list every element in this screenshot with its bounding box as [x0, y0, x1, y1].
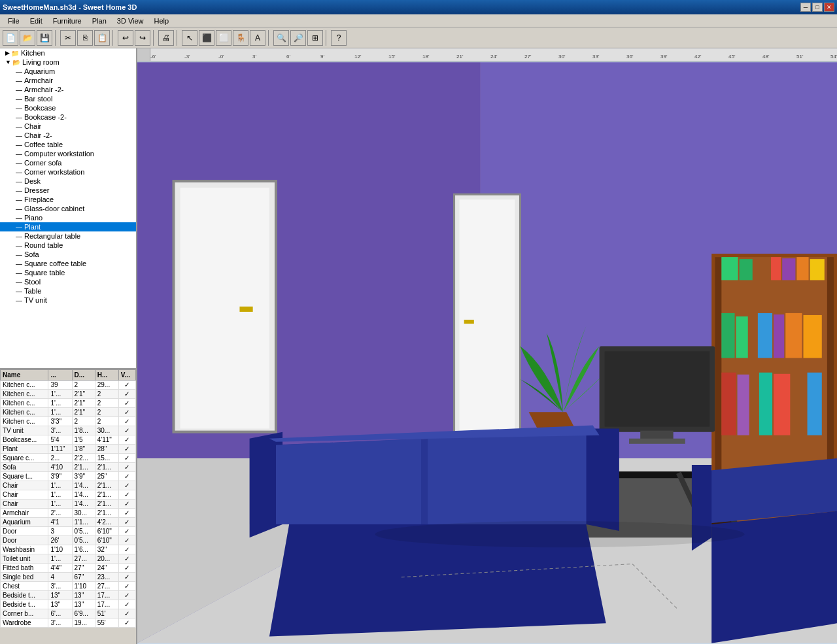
table-row[interactable]: Kitchen c... 1'... 2'1" 2 ✓ [1, 390, 136, 399]
menu-plan[interactable]: Plan [87, 16, 112, 26]
col-depth[interactable]: D... [72, 370, 95, 381]
menu-edit[interactable]: Edit [25, 16, 48, 26]
undo-button[interactable]: ↩ [118, 30, 133, 46]
prop-visible[interactable]: ✓ [118, 399, 135, 408]
tree-item-tvunit[interactable]: — TV unit [0, 296, 136, 305]
prop-visible[interactable]: ✓ [118, 591, 135, 600]
table-row[interactable]: Bedside t... 13" 13" 17... ✓ [1, 591, 136, 600]
prop-visible[interactable]: ✓ [118, 445, 135, 454]
prop-visible[interactable]: ✓ [118, 454, 135, 463]
prop-visible[interactable]: ✓ [118, 481, 135, 490]
prop-visible[interactable]: ✓ [118, 426, 135, 435]
prop-visible[interactable]: ✓ [118, 463, 135, 472]
create-walls-button[interactable]: ⬛ [199, 30, 214, 46]
tree-item-cornersofa[interactable]: — Corner sofa [0, 158, 136, 167]
table-row[interactable]: Kitchen c... 1'... 2'1" 2 ✓ [1, 408, 136, 417]
table-row[interactable]: Kitchen c... 39 2 29... ✓ [1, 381, 136, 390]
new-button[interactable]: 📄 [3, 30, 18, 46]
prop-visible[interactable]: ✓ [118, 600, 135, 609]
tree-item-cornerworkstation[interactable]: — Corner workstation [0, 167, 136, 177]
close-button[interactable]: ✕ [824, 3, 834, 12]
tree-item-plant[interactable]: — Plant [0, 222, 136, 231]
tree-item-aquarium[interactable]: — Aquarium [0, 67, 136, 76]
table-row[interactable]: Armchair 2'... 30... 2'1... ✓ [1, 509, 136, 518]
tree-item-coffeetable[interactable]: — Coffee table [0, 140, 136, 149]
help-button[interactable]: ? [331, 30, 347, 46]
prop-visible[interactable]: ✓ [118, 500, 135, 509]
zoom-in-button[interactable]: 🔍 [273, 30, 289, 46]
tree-item-dresser[interactable]: — Dresser [0, 186, 136, 195]
prop-visible[interactable]: ✓ [118, 582, 135, 591]
menu-file[interactable]: File [3, 16, 25, 26]
tree-item-stool[interactable]: — Stool [0, 277, 136, 286]
prop-visible[interactable]: ✓ [118, 527, 135, 536]
create-rooms-button[interactable]: ⬜ [216, 30, 231, 46]
tree-item-squaretable[interactable]: — Square table [0, 268, 136, 277]
properties-panel[interactable]: Name ... D... H... V... Kitchen c... 39 … [0, 369, 136, 644]
prop-visible[interactable]: ✓ [118, 564, 135, 573]
table-row[interactable]: Sofa 4'10 2'1... 2'1... ✓ [1, 463, 136, 472]
table-row[interactable]: Door 26' 0'5... 6'10" ✓ [1, 536, 136, 545]
tree-item-roundtable[interactable]: — Round table [0, 241, 136, 250]
copy-button[interactable]: ⎘ [77, 30, 93, 46]
table-row[interactable]: Square c... 2... 2'2... 15... ✓ [1, 454, 136, 463]
zoom-out-button[interactable]: 🔎 [290, 30, 306, 46]
col-visible[interactable]: V... [118, 370, 135, 381]
paste-button[interactable]: 📋 [94, 30, 110, 46]
tree-item-barstool[interactable]: — Bar stool [0, 94, 136, 103]
menu-help[interactable]: Help [149, 16, 175, 26]
tree-item-chair[interactable]: — Chair [0, 122, 136, 131]
prop-visible[interactable]: ✓ [118, 381, 135, 390]
menu-3dview[interactable]: 3D View [112, 16, 149, 26]
prop-visible[interactable]: ✓ [118, 545, 135, 554]
fit-button[interactable]: ⊞ [307, 30, 323, 46]
add-text-button[interactable]: A [250, 30, 265, 46]
col-height[interactable]: H... [95, 370, 118, 381]
table-row[interactable]: Wardrobe 3'... 19... 55' ✓ [1, 619, 136, 628]
table-row[interactable]: Door 3 0'5... 6'10" ✓ [1, 527, 136, 536]
table-row[interactable]: Corner b... 6'... 6'9... 51' ✓ [1, 609, 136, 619]
table-row[interactable]: Plant 1'11" 1'8" 28" ✓ [1, 445, 136, 454]
table-row[interactable]: Chair 1'... 1'4... 2'1... ✓ [1, 500, 136, 509]
expand-icon-kitchen[interactable]: ▶ [5, 50, 10, 56]
print-button[interactable]: 🖨 [158, 30, 174, 46]
menu-furniture[interactable]: Furniture [48, 16, 87, 26]
redo-button[interactable]: ↪ [135, 30, 150, 46]
expand-icon-livingroom[interactable]: ▼ [5, 59, 11, 65]
table-row[interactable]: Fitted bath 4'4" 27" 24" ✓ [1, 564, 136, 573]
tree-item-chair2[interactable]: — Chair -2- [0, 131, 136, 140]
tree-item-sofa[interactable]: — Sofa [0, 250, 136, 259]
3d-view[interactable] [137, 61, 837, 644]
prop-visible[interactable]: ✓ [118, 536, 135, 545]
table-row[interactable]: Square t... 3'9" 3'9" 25" ✓ [1, 472, 136, 481]
tree-item-squarecoffeetable[interactable]: — Square coffee table [0, 259, 136, 268]
tree-item-computerworkstation[interactable]: — Computer workstation [0, 149, 136, 158]
prop-visible[interactable]: ✓ [118, 509, 135, 518]
tree-item-livingroom[interactable]: ▼ 📂 Living room [0, 58, 136, 67]
open-button[interactable]: 📂 [20, 30, 35, 46]
prop-visible[interactable]: ✓ [118, 490, 135, 500]
select-button[interactable]: ↖ [182, 30, 197, 46]
tree-item-armchair[interactable]: — Armchair [0, 76, 136, 85]
prop-visible[interactable]: ✓ [118, 619, 135, 628]
cut-button[interactable]: ✂ [60, 30, 76, 46]
table-row[interactable]: Aquarium 4'1 1'1... 4'2... ✓ [1, 518, 136, 527]
table-row[interactable]: TV unit 3'... 1'8... 30... ✓ [1, 426, 136, 435]
table-row[interactable]: Toilet unit 1'... 27... 20... ✓ [1, 554, 136, 564]
tree-item-table[interactable]: — Table [0, 286, 136, 296]
furniture-tree[interactable]: ▶ 📁 Kitchen ▼ 📂 Living room — Aquarium —… [0, 48, 136, 369]
table-row[interactable]: Bedside t... 13" 13" 17... ✓ [1, 600, 136, 609]
table-row[interactable]: Chest 3'... 1'10 27... ✓ [1, 582, 136, 591]
tree-item-rectangulartable[interactable]: — Rectangular table [0, 231, 136, 241]
tree-item-bookcase2[interactable]: — Bookcase -2- [0, 112, 136, 122]
prop-visible[interactable]: ✓ [118, 417, 135, 426]
table-row[interactable]: Kitchen c... 3'3" 2 2 ✓ [1, 417, 136, 426]
prop-visible[interactable]: ✓ [118, 435, 135, 445]
tree-item-armchair2[interactable]: — Armchair -2- [0, 85, 136, 94]
tree-item-piano[interactable]: — Piano [0, 213, 136, 222]
save-button[interactable]: 💾 [37, 30, 52, 46]
prop-visible[interactable]: ✓ [118, 554, 135, 564]
table-row[interactable]: Washbasin 1'10 1'6... 32" ✓ [1, 545, 136, 554]
tree-item-bookcase[interactable]: — Bookcase [0, 103, 136, 112]
prop-visible[interactable]: ✓ [118, 390, 135, 399]
